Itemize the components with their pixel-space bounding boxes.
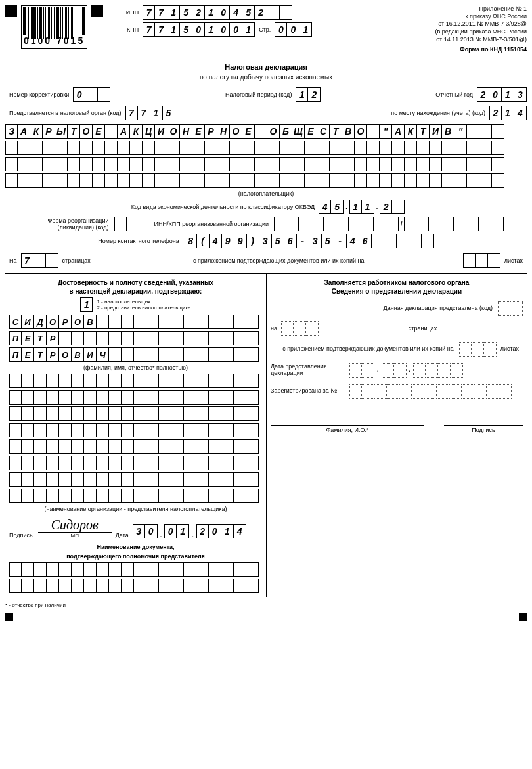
footnote: * - отчество при наличии [5, 602, 527, 608]
doc-auth-row[interactable] [9, 562, 262, 577]
rep-org-row[interactable] [9, 374, 262, 388]
rep-org-row[interactable] [9, 423, 262, 437]
date-y[interactable]: 2014 [196, 524, 246, 538]
surname-row[interactable]: СИДОРОВ [9, 315, 262, 329]
place-field[interactable]: 214 [489, 106, 527, 120]
place-label: по месту нахождения (учета) (код) [391, 110, 485, 116]
right-date-d[interactable] [349, 363, 374, 378]
year-label: Отчетный год [435, 91, 473, 98]
rep-org-row[interactable] [9, 439, 262, 454]
organ-label: Представляется в налоговый орган (код) [9, 110, 122, 116]
phone-label: Номер контактного телефона [98, 238, 184, 244]
inn-field[interactable]: 7715210452 [143, 5, 292, 20]
period-label: Налоговый период (код) [225, 91, 292, 98]
doc-subtitle: по налогу на добычу полезных ископаемых [5, 74, 527, 81]
right-section: Заполняется работником налогового органа… [266, 273, 527, 597]
date-m[interactable]: 01 [164, 524, 189, 538]
sign-label: Подпись [9, 532, 33, 538]
innkpp-reorg-label: ИНН/КПП реорганизованной организации [154, 221, 274, 227]
signature: Сидоров [38, 517, 112, 533]
pres-code[interactable] [498, 301, 523, 316]
doc-auth-row[interactable] [9, 579, 262, 593]
year-field[interactable]: 2013 [477, 87, 527, 102]
inn-label: ИНН [116, 9, 143, 16]
kpp-label: КПП [116, 26, 143, 33]
reg-number[interactable] [349, 384, 512, 399]
sheets-word: листах [504, 257, 523, 264]
corner-marker [519, 613, 527, 621]
name-row[interactable]: ПЕТР [9, 331, 262, 345]
right-date-y[interactable] [413, 363, 463, 378]
org-name-row-1[interactable]: ЗАКРЫТОЕ АКЦИОНЕРНОЕ ОБЩЕСТВО "АКТИВ" [5, 124, 527, 139]
rep-org-row[interactable] [9, 390, 262, 405]
rep-org-row[interactable] [9, 489, 262, 503]
reorg-field[interactable] [114, 217, 127, 231]
okved-label: Код вида экономической деятельности по к… [131, 204, 315, 210]
attach-sheets[interactable] [463, 253, 500, 268]
date-label: Дата [116, 532, 129, 538]
org-name-row-2[interactable] [5, 141, 527, 155]
rep-org-row[interactable] [9, 472, 262, 487]
doc-title: Налоговая декларация [5, 63, 527, 71]
official-sign: Подпись [444, 425, 523, 433]
org-name-row-4[interactable] [5, 173, 527, 188]
reorg-inn[interactable] [274, 217, 399, 231]
rep-org-row[interactable] [9, 406, 262, 421]
attach-label: с приложением подтверждающих документов … [193, 257, 365, 264]
barcode: 0100 7015 [21, 5, 87, 49]
barcode-number: 0100 7015 [23, 35, 85, 47]
pages-prefix: На [9, 257, 17, 264]
okved-2[interactable]: 11 [349, 200, 374, 214]
corr-label: Номер корректировки [9, 91, 69, 98]
corner-marker [5, 5, 17, 17]
pages-word: страницах [62, 257, 91, 264]
reorg-label: Форма реорганизации (ликвидация) (код) [16, 217, 114, 231]
page-label: Стр. [259, 26, 271, 33]
date-d[interactable]: 30 [133, 524, 158, 538]
right-sheets[interactable] [459, 342, 497, 357]
taxpayer-hint: (налогоплательщик) [5, 190, 527, 197]
corner-marker [5, 613, 13, 621]
okved-3[interactable]: 2 [380, 200, 405, 214]
left-section: Достоверность и полноту сведений, указан… [5, 273, 266, 597]
who-field[interactable]: 1 [80, 297, 93, 312]
phone-field[interactable]: 8(499)356-35-46 [185, 234, 434, 248]
right-date-m[interactable] [382, 363, 407, 378]
pages-count[interactable]: 7 [21, 253, 58, 268]
official-fio: Фамилия, И.О.* [271, 425, 424, 433]
patronymic-row[interactable]: ПЕТРОВИЧ [9, 347, 262, 362]
organ-field[interactable]: 7715 [125, 106, 175, 120]
okved-1[interactable]: 45 [319, 200, 344, 214]
period-field[interactable]: 12 [296, 87, 321, 102]
org-name-row-3[interactable] [5, 157, 527, 171]
corner-marker [91, 5, 103, 17]
page-field: 001 [275, 22, 312, 37]
reorg-kpp[interactable] [404, 217, 516, 231]
kpp-field[interactable]: 771501001 [143, 22, 255, 37]
right-pages[interactable] [281, 321, 319, 336]
header-right: Приложение № 1 к приказу ФНС России от 1… [435, 5, 527, 54]
rep-org-row[interactable] [9, 456, 262, 470]
corr-field[interactable]: 0 [73, 87, 110, 102]
